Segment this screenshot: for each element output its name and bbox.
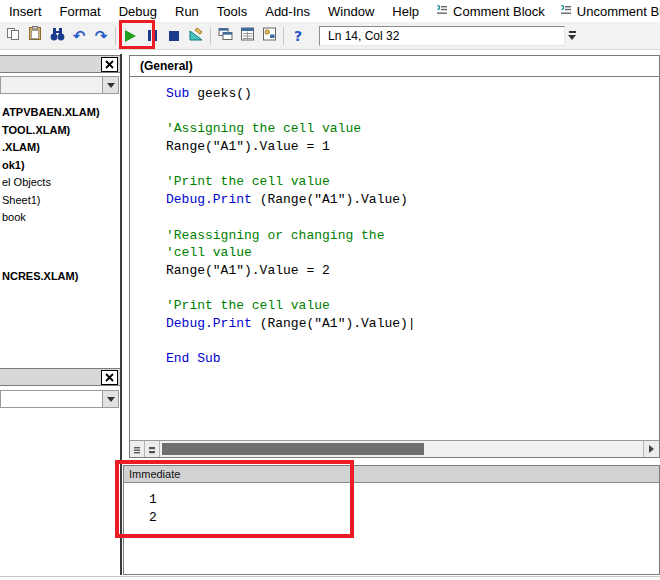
redo-icon: ↷ [95, 27, 108, 45]
help-icon: ? [294, 27, 302, 45]
code-window: (General) Sub geeks() 'Assigning the cel… [129, 55, 660, 458]
code-line-4: Range("A1").Value = 1 [166, 138, 659, 156]
menu-item-format[interactable]: Format [51, 1, 110, 22]
project-tree: ATPVBAEN.XLAM)TOOL.XLAM).XLAM)ok1)el Obj… [0, 104, 119, 285]
immediate-title: Immediate [129, 468, 180, 480]
code-comment: 'Reassigning or changing the [166, 228, 384, 243]
object-browser-icon [262, 27, 277, 45]
code-text: Range("A1").Value = 1 [166, 139, 330, 154]
project-tree-item[interactable]: Sheet1) [0, 192, 119, 210]
code-line-13: 'Print the cell value [166, 297, 659, 315]
menu-item-add-ins[interactable]: Add-Ins [256, 1, 319, 22]
toolbar-separator [115, 27, 116, 45]
properties-window-button[interactable] [236, 25, 258, 47]
code-text: (Range("A1").Value) [252, 316, 408, 331]
code-line-16: End Sub [166, 350, 659, 368]
paste-icon [28, 26, 42, 45]
find-button[interactable] [46, 25, 68, 47]
line-col-text: Ln 14, Col 32 [328, 29, 399, 43]
project-explorer-button[interactable] [214, 25, 236, 47]
project-explorer-toolbar[interactable] [0, 76, 119, 94]
project-tree-item[interactable]: ATPVBAEN.XLAM) [0, 104, 119, 122]
full-module-view-button[interactable] [145, 441, 160, 457]
close-icon [105, 55, 114, 73]
general-dropdown[interactable]: (General) [140, 59, 193, 73]
toolbar-options-icon[interactable] [568, 31, 576, 40]
code-line-14: Debug.Print (Range("A1").Value)| [166, 315, 659, 333]
window-bottom-edge [0, 576, 660, 577]
properties-object-dropdown[interactable] [0, 390, 119, 408]
properties-close-button[interactable] [101, 370, 118, 385]
code-comment: 'Print the cell value [166, 174, 330, 189]
horizontal-scrollbar [130, 440, 659, 457]
redo-button[interactable]: ↷ [90, 25, 112, 47]
procedure-view-button[interactable] [130, 441, 145, 457]
break-button[interactable] [141, 25, 163, 47]
project-tree-item[interactable]: book [0, 209, 119, 227]
code-keyword: End Sub [166, 351, 221, 366]
panel-divider[interactable] [120, 54, 122, 575]
run-icon [125, 30, 136, 42]
toolbar: ↶↷? Ln 14, Col 32 [0, 22, 660, 50]
break-icon [148, 30, 157, 41]
menu-item-window[interactable]: Window [319, 1, 383, 22]
menu-item-label: Comment Block [453, 4, 545, 19]
immediate-output-line: 1 [124, 491, 659, 509]
menu-item-help[interactable]: Help [383, 1, 428, 22]
chevron-down-icon [107, 397, 115, 402]
menu-item-label: Uncomment Block [577, 4, 660, 19]
project-tree-item[interactable]: el Objects [0, 174, 119, 192]
help-button[interactable]: ? [287, 25, 309, 47]
paste-button[interactable] [24, 25, 46, 47]
scrollbar-thumb[interactable] [162, 443, 424, 455]
code-keyword: Debug.Print [166, 316, 252, 331]
close-icon [105, 368, 114, 386]
immediate-output[interactable]: 12 [124, 483, 659, 526]
reset-button[interactable] [163, 25, 185, 47]
immediate-title-bar[interactable]: Immediate [124, 466, 659, 483]
undo-icon: ↶ [73, 27, 86, 45]
undo-button[interactable]: ↶ [68, 25, 90, 47]
immediate-output-line: 2 [124, 509, 659, 527]
immediate-window: Immediate 12 [123, 465, 660, 575]
project-explorer-close-button[interactable] [101, 57, 118, 72]
procedure-view-icon [133, 440, 141, 458]
menu-item-run[interactable]: Run [166, 1, 208, 22]
text-caret: | [408, 316, 416, 331]
scroll-right-button[interactable] [643, 441, 659, 457]
project-tree-item[interactable]: .XLAM) [0, 139, 119, 157]
design-mode-button[interactable] [185, 25, 207, 47]
menu-item-comment-block[interactable]: Comment Block [428, 1, 552, 22]
project-dropdown-button[interactable] [102, 77, 118, 93]
arrow-right-icon [649, 445, 654, 453]
project-explorer-header [0, 55, 120, 73]
code-text: Range("A1").Value = 2 [166, 263, 330, 278]
scrollbar-track[interactable] [160, 441, 643, 457]
properties-body [0, 409, 119, 560]
run-button[interactable] [119, 25, 141, 47]
project-tree-item[interactable]: NCRES.XLAM) [0, 268, 119, 286]
code-keyword: Sub [166, 86, 189, 101]
menu-item-uncomment-block[interactable]: Uncomment Block [552, 1, 660, 22]
code-line-3: 'Assigning the cell value [166, 120, 659, 138]
code-editor[interactable]: Sub geeks() 'Assigning the cell valueRan… [130, 78, 659, 440]
properties-window-icon [240, 27, 255, 45]
project-explorer-icon [218, 27, 233, 45]
menu-item-tools[interactable]: Tools [208, 1, 256, 22]
code-comment: 'Assigning the cell value [166, 121, 361, 136]
copy-button[interactable] [2, 25, 24, 47]
code-text: geeks() [189, 86, 251, 101]
menu-item-debug[interactable]: Debug [110, 1, 166, 22]
code-line-8 [166, 209, 659, 227]
properties-dropdown-button[interactable] [102, 391, 118, 407]
menu-item-insert[interactable]: Insert [0, 1, 51, 22]
find-icon [50, 27, 65, 45]
project-tree-item[interactable]: TOOL.XLAM) [0, 122, 119, 140]
code-line-9: 'Reassigning or changing the [166, 227, 659, 245]
copy-icon [6, 27, 20, 45]
code-line-10: 'cell value [166, 244, 659, 262]
toolbar-separator [283, 27, 284, 45]
menu-bar: InsertFormatDebugRunToolsAdd-InsWindowHe… [0, 0, 660, 22]
object-browser-button[interactable] [258, 25, 280, 47]
project-tree-item[interactable]: ok1) [0, 157, 119, 175]
